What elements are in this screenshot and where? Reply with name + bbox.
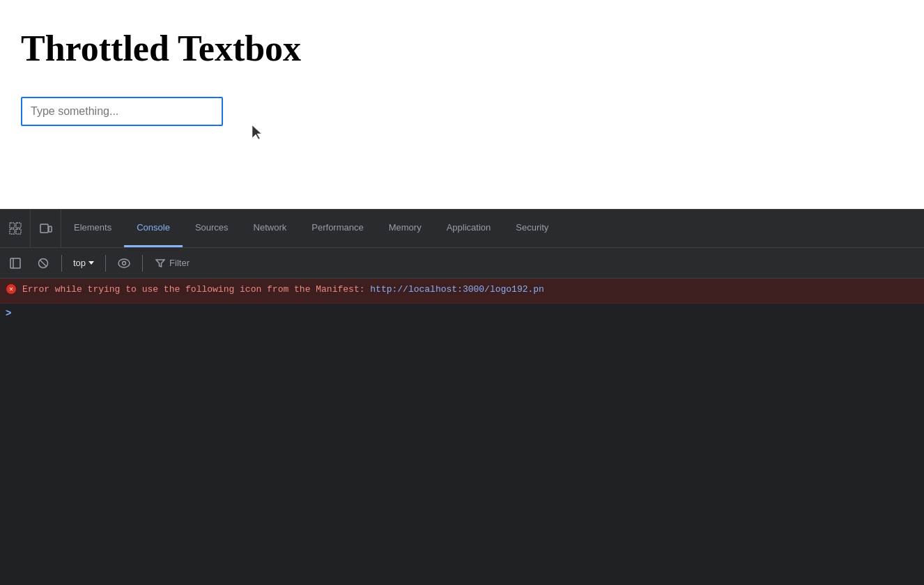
tab-elements[interactable]: Elements xyxy=(61,210,124,247)
svg-point-11 xyxy=(123,261,126,265)
live-expressions-btn[interactable] xyxy=(111,252,137,274)
console-prompt-row: > xyxy=(0,304,924,323)
error-link[interactable]: http://localhost:3000/logo192.pn xyxy=(370,284,544,295)
toolbar-divider-3 xyxy=(142,255,143,272)
devtools-panel: Elements Console Sources Network Perform… xyxy=(0,209,924,585)
tab-application[interactable]: Application xyxy=(434,210,504,247)
tab-sources[interactable]: Sources xyxy=(183,210,241,247)
devtools-tabs-bar: Elements Console Sources Network Perform… xyxy=(0,209,924,248)
chevron-down-icon xyxy=(88,261,94,265)
svg-rect-0 xyxy=(10,223,15,228)
device-toggle-icon-btn[interactable] xyxy=(31,210,61,247)
prompt-arrow: > xyxy=(6,308,11,319)
svg-rect-1 xyxy=(16,223,21,228)
svg-rect-4 xyxy=(40,224,48,233)
svg-rect-2 xyxy=(10,229,15,234)
console-output[interactable]: ✕ Error while trying to use the followin… xyxy=(0,279,924,585)
tab-console[interactable]: Console xyxy=(124,210,183,247)
svg-rect-3 xyxy=(16,229,21,234)
toolbar-divider-1 xyxy=(61,255,62,272)
console-error-row: ✕ Error while trying to use the followin… xyxy=(0,279,924,304)
tab-security[interactable]: Security xyxy=(503,210,561,247)
svg-point-10 xyxy=(118,259,130,267)
tab-performance[interactable]: Performance xyxy=(299,210,376,247)
svg-rect-6 xyxy=(10,258,20,268)
clear-console-btn[interactable] xyxy=(31,252,56,274)
top-context-selector[interactable]: top xyxy=(68,255,100,271)
svg-rect-5 xyxy=(49,226,52,232)
svg-line-9 xyxy=(40,260,46,266)
error-icon: ✕ xyxy=(6,283,17,295)
inspect-icon-btn[interactable] xyxy=(0,210,31,247)
tab-memory[interactable]: Memory xyxy=(376,210,434,247)
sidebar-toggle-btn[interactable] xyxy=(3,252,28,274)
console-toolbar: top Filter xyxy=(0,248,924,279)
toolbar-divider-2 xyxy=(105,255,106,272)
throttled-textbox-input[interactable] xyxy=(21,97,223,126)
page-title: Throttled Textbox xyxy=(21,28,903,69)
filter-btn[interactable]: Filter xyxy=(148,255,197,271)
console-error-message: Error while trying to use the following … xyxy=(22,283,918,297)
tab-network[interactable]: Network xyxy=(241,210,300,247)
